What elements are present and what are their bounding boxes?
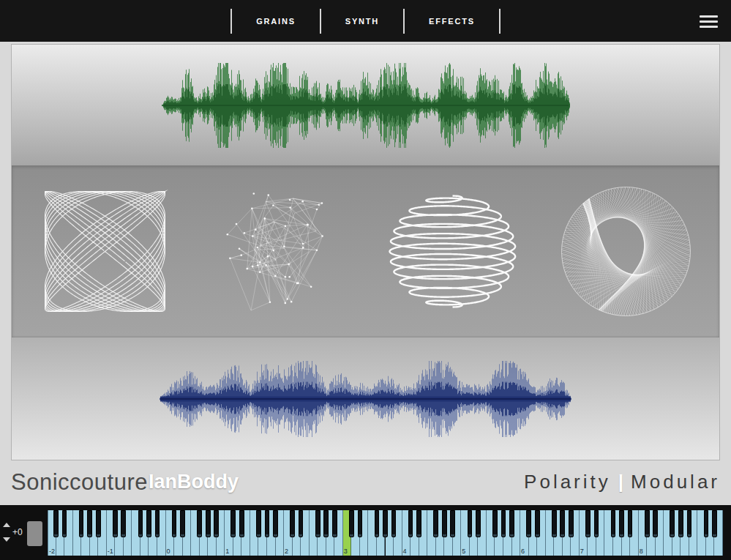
piano-key-black[interactable] [87, 510, 92, 537]
piano-key-black[interactable] [383, 510, 388, 537]
piano-key-black[interactable] [53, 510, 59, 537]
piano-key-black[interactable] [197, 510, 202, 537]
artist-name: IanBoddy [149, 471, 239, 493]
octave-label: 1 [225, 548, 229, 555]
piano-key-black[interactable] [611, 510, 616, 537]
piano-key-black[interactable] [155, 510, 160, 537]
octave-label: 8 [640, 548, 643, 555]
piano-key-black[interactable] [256, 510, 261, 537]
octave-label: 0 [167, 548, 170, 555]
piano-key-black[interactable] [442, 510, 447, 537]
octave-label: 6 [521, 548, 525, 555]
modulation-graphics-row [12, 165, 719, 337]
octave-label: 5 [462, 548, 465, 555]
keyboard-options-box[interactable] [27, 521, 42, 546]
piano-key-black[interactable] [96, 510, 101, 537]
menu-bar [700, 26, 718, 28]
piano-key-black[interactable] [172, 510, 177, 537]
piano-key-black[interactable] [239, 510, 244, 537]
octave-label: -1 [108, 548, 113, 555]
piano-key-black[interactable] [79, 510, 84, 537]
piano-key-black[interactable] [670, 510, 675, 537]
piano-key-black[interactable] [391, 510, 397, 537]
octave-label: 2 [285, 548, 288, 555]
piano-key-black[interactable] [416, 510, 421, 537]
piano-key-black[interactable] [230, 510, 236, 537]
piano-key-black[interactable] [501, 510, 506, 537]
graphic-sphere [555, 180, 697, 323]
product-edition: Modular [631, 471, 720, 493]
menu-bar [700, 20, 718, 23]
graphic-plexus [207, 180, 350, 323]
product-title: Polarity | Modular [524, 471, 720, 493]
bottom-waveform-display [159, 351, 572, 447]
piano-key-black[interactable] [290, 510, 295, 537]
menu-bar [700, 15, 718, 18]
piano-key-black[interactable] [585, 510, 591, 537]
piano-key-black[interactable] [526, 510, 531, 537]
hamburger-menu-icon[interactable] [700, 15, 718, 31]
piano-key-black[interactable] [121, 510, 126, 537]
piano-key-black[interactable] [180, 510, 185, 537]
product-name: Polarity [524, 471, 611, 493]
piano-key-black[interactable] [332, 510, 337, 537]
page-tabs: GRAINS SYNTH EFFECTS [230, 9, 501, 34]
piano-key-black[interactable] [408, 510, 413, 537]
piano-key-black[interactable] [569, 510, 574, 537]
octave-label: -2 [49, 548, 55, 555]
piano-key-black[interactable] [450, 510, 455, 537]
piano-key-black[interactable] [349, 510, 354, 537]
octave-label: 3 [344, 548, 348, 555]
piano-key-black[interactable] [476, 510, 481, 537]
piano-key-black[interactable] [138, 510, 143, 537]
transpose-up-icon[interactable] [3, 523, 10, 527]
piano-key-black[interactable] [358, 510, 363, 537]
company-logo-text: Soniccouture [11, 469, 148, 496]
tab-effects[interactable]: EFFECTS [403, 9, 501, 34]
keyboard-left-controls: +0 [0, 505, 48, 560]
octave-label: 7 [580, 548, 584, 555]
graphic-lissajous [34, 180, 176, 323]
transpose-value[interactable]: +0 [12, 527, 23, 537]
piano-key-black[interactable] [62, 510, 67, 537]
piano-key-black[interactable] [645, 510, 650, 537]
piano-key-black[interactable] [687, 510, 692, 537]
piano-key-black[interactable] [375, 510, 380, 537]
piano-key-black[interactable] [552, 510, 557, 537]
piano-key-black[interactable] [468, 510, 473, 537]
piano-key-black[interactable] [678, 510, 683, 537]
transpose-down-icon[interactable] [3, 537, 10, 542]
piano-key-black[interactable] [323, 510, 329, 537]
tab-grains[interactable]: GRAINS [230, 9, 320, 34]
piano-key-black[interactable] [315, 510, 320, 537]
piano-key-black[interactable] [712, 510, 717, 537]
piano-key-black[interactable] [433, 510, 438, 537]
piano-key-black[interactable] [146, 510, 151, 537]
octave-label: 4 [403, 548, 407, 555]
graphic-coil [381, 180, 524, 323]
piano-key-black[interactable] [619, 510, 624, 537]
piano-key-black[interactable] [492, 510, 498, 537]
piano-key-black[interactable] [628, 510, 633, 537]
piano-key-black[interactable] [265, 510, 270, 537]
piano-key-black[interactable] [214, 510, 219, 537]
piano-key-black[interactable] [560, 510, 565, 537]
keyboard-strip: +0 -2-1012345678 [0, 505, 731, 560]
granular-waveform-section [12, 45, 719, 165]
piano-key-black[interactable] [535, 510, 540, 537]
piano-key-black[interactable] [113, 510, 118, 537]
piano-key-black[interactable] [594, 510, 599, 537]
piano-keyboard: -2-1012345678 [48, 510, 723, 556]
piano-key-black[interactable] [704, 510, 709, 537]
main-panel [11, 44, 720, 460]
piano-key-black[interactable] [299, 510, 304, 537]
footer: Soniccouture IanBoddy Polarity | Modular [0, 459, 731, 505]
product-separator: | [618, 471, 623, 493]
piano-key-black[interactable] [653, 510, 658, 537]
sample-waveform-section [12, 337, 719, 460]
piano-key-black[interactable] [206, 510, 211, 537]
tab-synth[interactable]: SYNTH [320, 9, 403, 34]
piano-key-black[interactable] [509, 510, 514, 537]
piano-key-black[interactable] [273, 510, 278, 537]
top-bar: GRAINS SYNTH EFFECTS [0, 0, 731, 42]
